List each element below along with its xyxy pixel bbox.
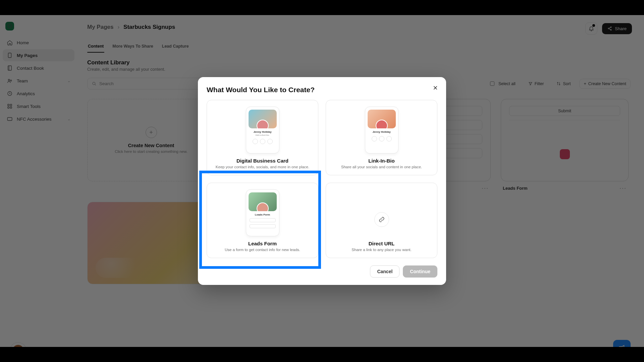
continue-button[interactable]: Continue bbox=[403, 265, 437, 278]
option-leads-form[interactable]: Leads Form Leads Form Use a form to get … bbox=[207, 183, 318, 258]
option-sub: Keep your contact info, socials, and mor… bbox=[211, 165, 314, 169]
option-link-in-bio[interactable]: Jenny Holiday Link-In-Bio Share all your… bbox=[326, 100, 437, 175]
option-title: Leads Form bbox=[211, 241, 314, 246]
modal-title: What Would You Like to Create? bbox=[207, 86, 437, 94]
phone-name: Jenny Holiday bbox=[253, 130, 271, 133]
close-icon bbox=[433, 85, 438, 90]
phone-preview: Jenny Holiday bbox=[365, 107, 398, 154]
phone-preview: Leads Form bbox=[246, 189, 279, 236]
option-sub: Share a link to any place you want. bbox=[330, 248, 433, 252]
option-title: Digital Business Card bbox=[211, 158, 314, 164]
option-title: Direct URL bbox=[330, 241, 433, 246]
option-sub: Share all your socials and content in on… bbox=[330, 165, 433, 169]
cancel-button[interactable]: Cancel bbox=[370, 265, 399, 278]
option-sub: Use a form to get contact info for new l… bbox=[211, 248, 314, 252]
close-button[interactable] bbox=[431, 83, 440, 93]
option-digital-business-card[interactable]: Jenny Holiday Add a short bio. Digital B… bbox=[207, 100, 318, 175]
option-title: Link-In-Bio bbox=[330, 158, 433, 164]
create-modal: What Would You Like to Create? Jenny Hol… bbox=[198, 77, 446, 285]
link-icon bbox=[374, 212, 389, 227]
phone-caption: Leads Form bbox=[255, 213, 270, 216]
phone-preview: Jenny Holiday Add a short bio. bbox=[246, 107, 279, 154]
phone-name: Jenny Holiday bbox=[372, 130, 390, 133]
option-direct-url[interactable]: Direct URL Share a link to any place you… bbox=[326, 183, 437, 258]
